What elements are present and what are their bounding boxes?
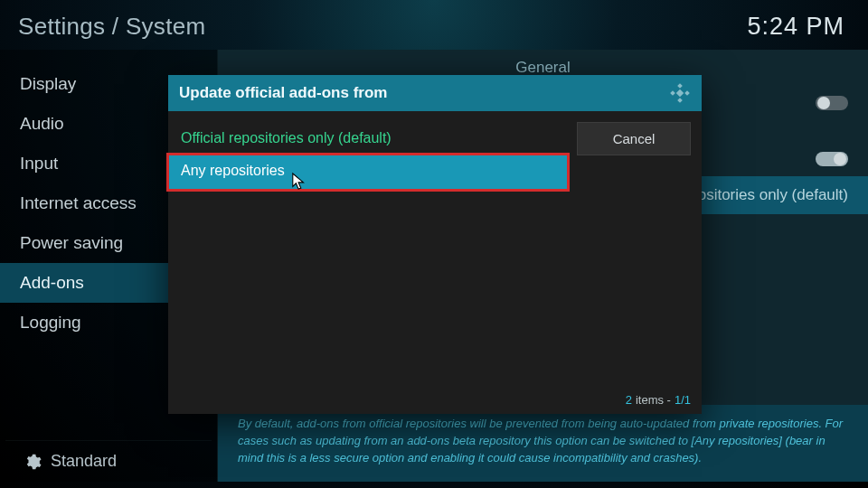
cancel-button[interactable]: Cancel xyxy=(577,122,691,155)
toggle-off-icon[interactable] xyxy=(816,96,848,110)
svg-rect-2 xyxy=(684,90,690,96)
gear-icon xyxy=(24,453,42,471)
breadcrumb: Settings / System xyxy=(18,13,205,41)
footer-count: 2 xyxy=(626,393,632,407)
help-text: By default, add-ons from official reposi… xyxy=(218,405,868,482)
top-bar: Settings / System 5:24 PM xyxy=(0,0,868,50)
row-value: positories only (default) xyxy=(689,186,848,204)
select-dialog: Update official add-ons from Official re… xyxy=(168,75,702,414)
svg-rect-1 xyxy=(670,90,675,96)
svg-rect-4 xyxy=(676,89,684,97)
settings-level-button[interactable]: Standard xyxy=(5,440,212,482)
kodi-logo-icon xyxy=(669,82,691,104)
dialog-option-list: Official repositories only (default) Any… xyxy=(168,111,568,388)
toggle-on-icon[interactable] xyxy=(816,152,848,166)
option-any-repos[interactable]: Any repositories xyxy=(168,155,568,190)
clock: 5:24 PM xyxy=(747,13,844,41)
dialog-footer: 2 items - 1/1 xyxy=(168,388,702,414)
option-official-repos[interactable]: Official repositories only (default) xyxy=(168,122,568,155)
footer-page: 1/1 xyxy=(675,393,691,407)
dialog-header: Update official add-ons from xyxy=(168,75,702,111)
svg-rect-3 xyxy=(677,98,683,103)
dialog-title: Update official add-ons from xyxy=(179,84,387,102)
footer-items-label: items - xyxy=(636,393,671,407)
svg-rect-0 xyxy=(677,83,683,89)
settings-level-label: Standard xyxy=(51,452,117,471)
